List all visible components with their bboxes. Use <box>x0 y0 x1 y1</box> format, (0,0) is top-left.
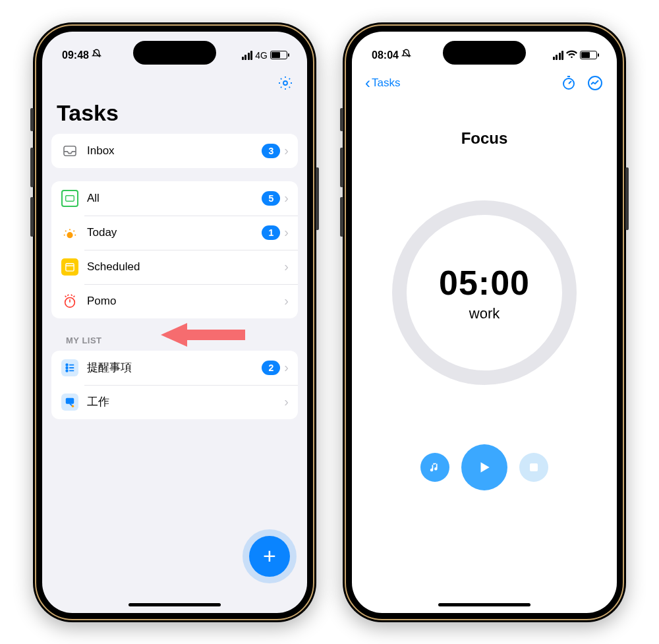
svg-rect-1 <box>64 146 76 155</box>
phone-right: 08:04 ‹ Tasks <box>343 22 626 622</box>
back-label: Tasks <box>372 76 400 90</box>
list-item-reminders[interactable]: 提醒事項 2 › <box>51 351 298 385</box>
play-button[interactable] <box>461 444 507 490</box>
volume-down-button <box>30 197 34 237</box>
dynamic-island <box>443 41 526 65</box>
list-label: Pomo <box>87 295 284 308</box>
volume-up-button <box>30 148 34 187</box>
count-badge: 1 <box>262 225 280 240</box>
today-icon <box>61 223 79 242</box>
silent-icon <box>92 49 101 61</box>
back-button[interactable]: ‹ Tasks <box>365 74 400 92</box>
inbox-card: Inbox 3 › <box>51 134 298 168</box>
count-badge: 2 <box>262 361 280 375</box>
inbox-row[interactable]: Inbox 3 › <box>51 134 298 168</box>
list-label: Scheduled <box>87 260 284 274</box>
dynamic-island <box>133 41 216 65</box>
count-badge: 5 <box>262 191 280 206</box>
silence-switch <box>30 108 34 131</box>
svg-point-6 <box>66 364 68 366</box>
nav-bar <box>42 67 307 96</box>
list-item-today[interactable]: Today 1 › <box>51 216 298 250</box>
nav-bar: ‹ Tasks <box>352 67 617 96</box>
timer-time: 05:00 <box>439 263 530 303</box>
all-icon <box>61 189 79 208</box>
silent-icon <box>401 49 411 61</box>
user-lists-card: 提醒事項 2 › 工作 › <box>51 351 298 419</box>
svg-marker-14 <box>481 462 490 472</box>
screen-tasks: 09:48 4G Tasks <box>42 32 307 613</box>
chevron-right-icon: › <box>284 225 289 240</box>
network-label: 4G <box>255 50 268 61</box>
smart-lists-card: All 5 › Today 1 › <box>51 181 298 318</box>
svg-point-7 <box>66 366 68 368</box>
stats-button[interactable] <box>587 74 604 92</box>
svg-point-0 <box>283 81 287 85</box>
status-time: 08:04 <box>372 49 399 61</box>
signal-icon <box>242 51 253 60</box>
pomo-icon <box>61 292 79 310</box>
list-label: Today <box>87 226 262 239</box>
list-item-work[interactable]: 工作 › <box>51 385 298 419</box>
svg-point-8 <box>66 370 68 372</box>
reminders-icon <box>61 359 79 377</box>
inbox-icon <box>61 142 79 160</box>
battery-icon <box>580 51 597 59</box>
list-item-all[interactable]: All 5 › <box>51 181 298 216</box>
inbox-badge: 3 <box>262 144 280 158</box>
home-indicator[interactable] <box>438 603 530 606</box>
stop-button[interactable] <box>519 453 548 482</box>
volume-up-button <box>340 148 343 187</box>
music-button[interactable] <box>420 453 449 482</box>
list-label: 提醒事項 <box>87 360 262 375</box>
list-label: 工作 <box>87 394 284 409</box>
volume-down-button <box>340 197 343 237</box>
home-indicator[interactable] <box>129 603 221 606</box>
inbox-label: Inbox <box>87 144 262 158</box>
chevron-right-icon: › <box>284 259 289 274</box>
chevron-right-icon: › <box>284 143 289 158</box>
phone-left: 09:48 4G Tasks <box>33 22 316 622</box>
scheduled-icon <box>61 258 79 276</box>
svg-rect-15 <box>530 463 538 471</box>
section-header-mylist: MY LIST <box>51 332 298 351</box>
power-button <box>625 167 629 230</box>
add-task-button[interactable]: + <box>249 536 290 577</box>
svg-point-3 <box>67 233 72 237</box>
timer-circle[interactable]: 05:00 work <box>392 200 577 385</box>
signal-icon <box>553 51 564 60</box>
page-title: Tasks <box>42 96 307 134</box>
list-label: All <box>87 192 262 205</box>
list-item-scheduled[interactable]: Scheduled › <box>51 250 298 284</box>
chevron-right-icon: › <box>284 190 289 206</box>
svg-rect-2 <box>66 195 74 200</box>
wifi-icon <box>566 50 577 61</box>
focus-title: Focus <box>352 129 617 148</box>
work-icon <box>61 393 79 411</box>
battery-icon <box>270 51 287 59</box>
list-item-pomo[interactable]: Pomo › <box>51 284 298 318</box>
settings-button[interactable] <box>277 74 294 92</box>
svg-point-10 <box>72 405 74 407</box>
status-time: 09:48 <box>62 49 89 61</box>
silence-switch <box>340 108 343 131</box>
chevron-right-icon: › <box>284 360 289 375</box>
timer-controls <box>352 444 617 490</box>
power-button <box>316 167 319 230</box>
screen-focus: 08:04 ‹ Tasks <box>352 32 617 613</box>
svg-rect-4 <box>66 263 74 270</box>
svg-rect-9 <box>66 397 74 403</box>
timer-mode-label: work <box>469 305 500 322</box>
timer-button[interactable] <box>560 74 577 92</box>
chevron-left-icon: ‹ <box>365 74 370 92</box>
chevron-right-icon: › <box>284 394 289 409</box>
chevron-right-icon: › <box>284 293 289 308</box>
